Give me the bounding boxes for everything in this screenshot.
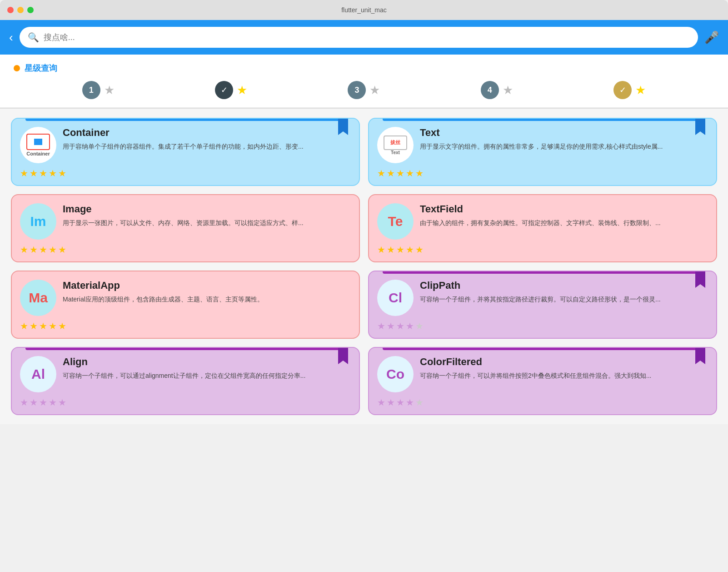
star-4: ★ [406, 244, 414, 255]
star-1: ★ [377, 244, 385, 255]
star-2: ★ [30, 321, 38, 331]
search-bar[interactable]: 🔍 [20, 27, 698, 48]
widget-card-textfield[interactable]: Te TextField 由于输入的组件，拥有复杂的属性。可指定控制器、文字样式… [368, 194, 717, 262]
card-desc-image: 用于显示一张图片，可以从文件、内存、网络、资源里加载。可以指定适应方式、样... [63, 218, 351, 228]
star-2: ★ [387, 321, 395, 331]
card-info-materialapp: MaterialApp Material应用的顶级组件，包含路由生成器、主题、语… [63, 280, 351, 304]
star-filter-2-icon: ★ [237, 83, 247, 97]
star-5: ★ [415, 168, 424, 179]
mic-button[interactable]: 🎤 [704, 30, 719, 45]
star-filters: 1 ★ ✓ ★ 3 ★ 4 ★ ✓ ★ [14, 81, 714, 99]
search-icon: 🔍 [28, 32, 39, 43]
star-4: ★ [406, 397, 414, 408]
card-topbar-align [25, 348, 345, 350]
widget-card-materialapp[interactable]: Ma MaterialApp Material应用的顶级组件，包含路由生成器、主… [11, 271, 360, 339]
card-name-textfield: TextField [420, 203, 708, 215]
card-stars-align: ★ ★ ★ ★ ★ [20, 397, 351, 408]
back-button[interactable]: ‹ [9, 31, 13, 43]
container-icon-label: Container [26, 151, 50, 156]
star-dot-icon [14, 65, 20, 71]
minimize-button[interactable] [17, 7, 24, 13]
card-icon-textfield: Te [377, 203, 414, 240]
card-desc-align: 可容纳一个子组件，可以通过alignment让子组件，定位在父组件宽高的任何指定… [63, 371, 351, 381]
widget-card-clippath[interactable]: Cl ClipPath 可容纳一个子组件，并将其按指定路径进行裁剪。可以自定义路… [368, 271, 717, 339]
star-3: ★ [396, 168, 404, 179]
star-4: ★ [49, 168, 57, 179]
star-4: ★ [406, 321, 414, 331]
card-main-align: Al Align 可容纳一个子组件，可以通过alignment让子组件，定位在父… [20, 356, 351, 392]
star-3: ★ [39, 397, 47, 408]
card-topbar-text [383, 119, 703, 121]
card-icon-image: Im [20, 203, 56, 240]
search-input[interactable] [44, 33, 690, 42]
card-desc-container: 用于容纳单个子组件的容器组件。集成了若干个单子组件的功能，如内外边距、形变... [63, 141, 351, 151]
card-info-align: Align 可容纳一个子组件，可以通过alignment让子组件，定位在父组件宽… [63, 356, 351, 381]
star-2: ★ [30, 244, 38, 255]
star-3: ★ [39, 244, 47, 255]
widget-card-image[interactable]: Im Image 用于显示一张图片，可以从文件、内存、网络、资源里加载。可以指定… [11, 194, 360, 262]
star-1: ★ [377, 168, 385, 179]
card-desc-materialapp: Material应用的顶级组件，包含路由生成器、主题、语言、主页等属性。 [63, 294, 351, 304]
widget-card-colorfiltered[interactable]: Co ColorFiltered 可容纳一个子组件，可以并将组件按照2中叠色模式… [368, 347, 717, 415]
star-filter-3-icon: ★ [369, 83, 380, 97]
close-button[interactable] [7, 7, 14, 13]
card-info-text: Text 用于显示文字的组件。拥有的属性非常多，足够满足你的使用需求,核心样式由… [420, 127, 708, 151]
card-name-text: Text [420, 127, 708, 139]
star-filter-3-num: 3 [348, 81, 366, 99]
star-1: ★ [20, 397, 28, 408]
card-desc-clippath: 可容纳一个子组件，并将其按指定路径进行裁剪。可以自定义路径形状，是一个很灵... [420, 294, 708, 304]
star-filter-5[interactable]: ✓ ★ [613, 81, 646, 99]
star-2: ★ [30, 168, 38, 179]
card-stars-container: ★ ★ ★ ★ ★ [20, 168, 351, 179]
card-main-container: Container Container 用于容纳单个子组件的容器组件。集成了若干… [20, 127, 351, 163]
card-name-container: Container [63, 127, 351, 139]
card-desc-textfield: 由于输入的组件，拥有复杂的属性。可指定控制器、文字样式、装饰线、行数限制、... [420, 218, 708, 228]
star-2: ★ [387, 168, 395, 179]
card-name-materialapp: MaterialApp [63, 280, 351, 291]
card-main-clippath: Cl ClipPath 可容纳一个子组件，并将其按指定路径进行裁剪。可以自定义路… [377, 280, 708, 316]
star-4: ★ [49, 244, 57, 255]
card-main-textfield: Te TextField 由于输入的组件，拥有复杂的属性。可指定控制器、文字样式… [377, 203, 708, 240]
widget-card-align[interactable]: Al Align 可容纳一个子组件，可以通过alignment让子组件，定位在父… [11, 347, 360, 415]
star-filter-4[interactable]: 4 ★ [481, 81, 513, 99]
star-filter-4-num: 4 [481, 81, 499, 99]
star-1: ★ [20, 321, 28, 331]
widget-card-container[interactable]: Container Container 用于容纳单个子组件的容器组件。集成了若干… [11, 118, 360, 186]
star-5: ★ [58, 397, 66, 408]
container-icon-box [34, 139, 42, 145]
card-icon-colorfiltered: Co [377, 356, 414, 392]
star-5: ★ [415, 397, 424, 408]
star-filter-1-icon: ★ [104, 83, 115, 97]
star-1: ★ [20, 168, 28, 179]
window-title: flutter_unit_mac [341, 6, 387, 14]
star-5: ★ [58, 244, 66, 255]
star-3: ★ [396, 321, 404, 331]
card-icon-clippath: Cl [377, 280, 414, 316]
maximize-button[interactable] [27, 7, 34, 13]
card-desc-colorfiltered: 可容纳一个子组件，可以并将组件按照2中叠色模式和任意组件混合。强大到我知... [420, 371, 708, 381]
star-5: ★ [415, 321, 424, 331]
window-controls [7, 7, 34, 13]
star-2: ★ [387, 244, 395, 255]
star-1: ★ [377, 321, 385, 331]
card-main-colorfiltered: Co ColorFiltered 可容纳一个子组件，可以并将组件按照2中叠色模式… [377, 356, 708, 392]
star-filter-1[interactable]: 1 ★ [82, 81, 115, 99]
star-4: ★ [49, 397, 57, 408]
star-5: ★ [415, 244, 424, 255]
star-filter-3[interactable]: 3 ★ [348, 81, 380, 99]
card-icon-materialapp: Ma [20, 280, 56, 316]
text-icon-label: 拔丝 [389, 139, 402, 146]
card-topbar-colorfiltered [383, 348, 703, 350]
star-3: ★ [396, 244, 404, 255]
star-1: ★ [20, 244, 28, 255]
header: ‹ 🔍 🎤 [0, 20, 728, 55]
widget-card-text[interactable]: 拔丝 Text Text 用于显示文字的组件。拥有的属性非常多，足够满足你的使用… [368, 118, 717, 186]
star-4: ★ [49, 321, 57, 331]
card-info-colorfiltered: ColorFiltered 可容纳一个子组件，可以并将组件按照2中叠色模式和任意… [420, 356, 708, 381]
card-stars-materialapp: ★ ★ ★ ★ ★ [20, 321, 351, 331]
star-filter-2[interactable]: ✓ ★ [215, 81, 247, 99]
card-icon-align: Al [20, 356, 56, 392]
star-section-title: 星级查询 [25, 63, 57, 74]
card-stars-text: ★ ★ ★ ★ ★ [377, 168, 708, 179]
card-stars-clippath: ★ ★ ★ ★ ★ [377, 321, 708, 331]
